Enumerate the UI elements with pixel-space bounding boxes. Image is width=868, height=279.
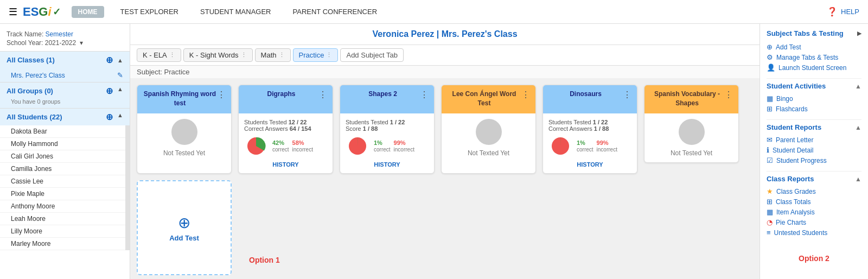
collapse-class-reports[interactable]: ▲: [855, 175, 861, 183]
card-menu-lee-con-angel[interactable]: ⋮: [521, 90, 530, 100]
page-title: Veronica Perez | Mrs. Perez's Class: [372, 29, 517, 39]
student-item[interactable]: Pixie Maple: [0, 188, 125, 200]
student-reports-title: Student Reports ▲: [767, 119, 861, 131]
topnav: ☰ ESGi ✓ HOME TEST EXPLORER STUDENT MANA…: [0, 0, 868, 24]
subject-tabs-title: Subject Tabs & Testing: [767, 29, 844, 37]
year-dropdown-icon[interactable]: ▾: [80, 39, 83, 47]
card-title-lee-con-angel: Lee Con Ángel Word Test: [452, 90, 516, 107]
tab-practice-dots[interactable]: ⋮: [326, 52, 332, 59]
all-students-section: All Students (22) ⊕ ▲ Dakota BearMolly H…: [0, 108, 130, 250]
rp-student-detail[interactable]: ℹ Student Detail: [767, 145, 861, 155]
history-link-dinosaurs[interactable]: HISTORY: [548, 161, 631, 168]
rp-student-progress[interactable]: ☑ Student Progress: [767, 155, 861, 166]
percent-labels-shapes2: 1% correct 99% incorrect: [374, 140, 414, 153]
rp-untested-students[interactable]: ≡ Untested Students: [767, 227, 861, 238]
student-item[interactable]: Camilla Jones: [0, 163, 125, 175]
card-menu-shapes2[interactable]: ⋮: [420, 90, 429, 100]
student-item[interactable]: Cassie Lee: [0, 175, 125, 188]
rp-bingo[interactable]: ▦ Bingo: [767, 93, 861, 104]
nav-student-manager[interactable]: STUDENT MANAGER: [200, 8, 271, 16]
classes-icons: ⊕ ▲: [106, 55, 123, 65]
add-test-card[interactable]: ⊕ Add Test: [137, 180, 232, 275]
history-link-shapes2[interactable]: HISTORY: [346, 161, 429, 168]
not-tested-spanish-rhyming: Not Tested Yet: [163, 119, 205, 157]
nav-test-explorer[interactable]: TEST EXPLORER: [120, 8, 178, 16]
rp-flashcards[interactable]: ⊞ Flashcards: [767, 104, 861, 114]
tab-k-ela-dots[interactable]: ⋮: [169, 52, 175, 59]
rp-pie-charts[interactable]: ◔ Pie Charts: [767, 217, 861, 227]
nav-links: TEST EXPLORER STUDENT MANAGER PARENT CON…: [120, 8, 377, 16]
student-item[interactable]: Leah Moore: [0, 213, 125, 225]
rp-parent-letter[interactable]: ✉ Parent Letter: [767, 135, 861, 145]
edit-class-icon[interactable]: ✎: [117, 71, 123, 79]
card-title-shapes2: Shapes 2: [368, 90, 397, 98]
rp-manage-tabs[interactable]: ⚙ Manage Tabs & Tests: [767, 52, 861, 62]
student-item[interactable]: Marley Moore: [0, 238, 125, 250]
card-body-shapes2: Students Tested 1 / 22 Score 1 / 88: [340, 113, 434, 173]
student-activities-title: Student Activities ▲: [767, 78, 861, 90]
student-item[interactable]: Anthony Moore: [0, 200, 125, 213]
hamburger-icon[interactable]: ☰: [9, 6, 17, 18]
add-subject-tab-button[interactable]: Add Subject Tab: [340, 48, 403, 62]
add-class-icon[interactable]: ⊕: [106, 55, 113, 65]
student-item[interactable]: Molly Hammond: [0, 138, 125, 150]
collapse-groups-icon[interactable]: ▲: [117, 86, 123, 96]
logo-check: ✓: [53, 6, 61, 18]
rp-class-totals[interactable]: ⊞ Class Totals: [767, 196, 861, 207]
tab-practice[interactable]: Practice ⋮: [293, 48, 339, 62]
card-title-spanish-rhyming: Spanish Rhyming word test: [144, 90, 216, 107]
tabs-row: K - ELA ⋮ K - Sight Words ⋮ Math ⋮ Pract…: [130, 45, 760, 66]
not-tested-lee-con-angel: Not Texted Yet: [468, 119, 509, 157]
card-dinosaurs: Dinosaurs ⋮ Students Tested 1 / 22 Corre…: [542, 85, 637, 174]
pie-charts-icon: ◔: [767, 218, 773, 226]
track-value[interactable]: Semester: [46, 30, 73, 38]
collapse-students-icon[interactable]: ▲: [117, 112, 123, 122]
nav-parent-conferencer[interactable]: PARENT CONFERENCER: [293, 8, 378, 16]
collapse-classes-icon[interactable]: ▲: [117, 57, 123, 64]
rp-launch-student[interactable]: 👤 Launch Student Screen: [767, 62, 861, 73]
class-reports-title: Class Reports ▲: [767, 171, 861, 183]
tab-k-sight-words[interactable]: K - Sight Words ⋮: [183, 48, 253, 62]
all-classes-label: All Classes (1): [7, 56, 55, 64]
card-header-dinosaurs: Dinosaurs ⋮: [543, 85, 637, 113]
student-scrollbar[interactable]: [125, 125, 130, 250]
rp-item-analysis[interactable]: ▦ Item Analysis: [767, 207, 861, 217]
cards-area: Spanish Rhyming word test ⋮ Not Tested Y…: [130, 78, 760, 279]
home-button[interactable]: HOME: [72, 6, 104, 18]
class-item[interactable]: Mrs. Perez's Class ✎: [0, 68, 130, 82]
student-item[interactable]: Cali Girl Jones: [0, 150, 125, 163]
card-body-digraphs: Students Tested 12 / 22 Correct Answers …: [239, 113, 333, 173]
card-spanish-vocab: Spanish Vocabulary - Shapes ⋮ Not Tested…: [644, 85, 739, 163]
card-menu-spanish-rhyming[interactable]: ⋮: [217, 90, 226, 100]
rp-add-test[interactable]: ⊕ Add Test: [767, 42, 861, 52]
tab-k-sight-dots[interactable]: ⋮: [241, 52, 247, 59]
student-item[interactable]: Dakota Bear: [0, 125, 125, 138]
card-header-lee-con-angel: Lee Con Ángel Word Test ⋮: [442, 85, 535, 113]
collapse-student-activities[interactable]: ▲: [855, 83, 861, 90]
not-tested-text-spanish-rhyming: Not Tested Yet: [163, 149, 205, 157]
add-group-icon[interactable]: ⊕: [106, 86, 113, 96]
class-totals-icon: ⊞: [767, 198, 773, 206]
rp-class-grades[interactable]: ★ Class Grades: [767, 186, 861, 196]
tab-k-ela[interactable]: K - ELA ⋮: [137, 48, 181, 62]
tab-math[interactable]: Math ⋮: [255, 48, 291, 62]
add-student-icon[interactable]: ⊕: [106, 112, 113, 122]
help-button[interactable]: HELP: [841, 8, 859, 16]
student-item[interactable]: Lilly Moore: [0, 225, 125, 238]
card-body-spanish-rhyming: Not Tested Yet: [137, 113, 231, 173]
rp-collapse-arrow[interactable]: ▶: [857, 30, 861, 37]
avatar-spanish-rhyming: [171, 119, 197, 145]
all-classes-section[interactable]: All Classes (1) ⊕ ▲: [0, 51, 130, 68]
groups-header[interactable]: All Groups (0) ⊕ ▲: [7, 86, 123, 96]
student-detail-icon: ℹ: [767, 146, 769, 154]
card-menu-dinosaurs[interactable]: ⋮: [623, 90, 631, 100]
tab-math-dots[interactable]: ⋮: [279, 52, 285, 59]
history-link-digraphs[interactable]: HISTORY: [244, 161, 327, 168]
pie-area-dinosaurs: 1% correct 99% incorrect: [548, 134, 631, 158]
card-menu-spanish-vocab[interactable]: ⋮: [724, 90, 733, 100]
collapse-student-reports[interactable]: ▲: [855, 124, 861, 131]
pie-chart-dinosaurs: [548, 134, 572, 158]
track-label: Track Name:: [7, 30, 43, 38]
students-header[interactable]: All Students (22) ⊕ ▲: [0, 109, 130, 125]
card-menu-digraphs[interactable]: ⋮: [318, 90, 327, 100]
